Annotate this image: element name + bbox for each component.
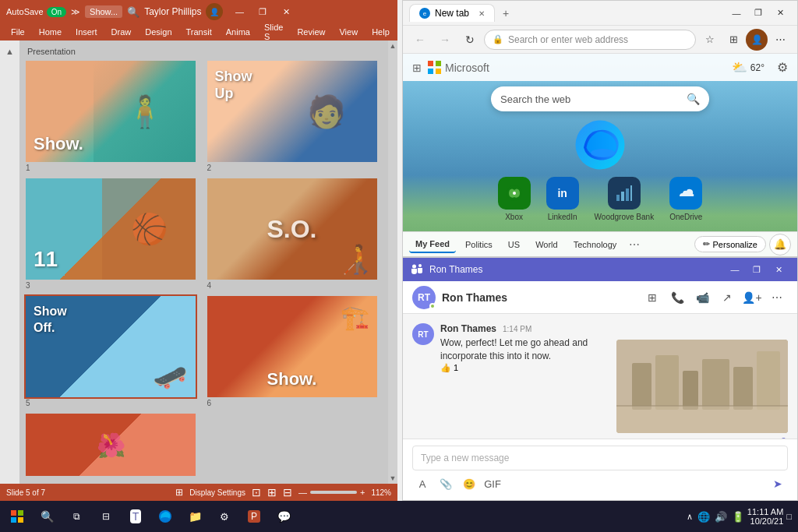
slide-thumb-6[interactable]: Show. 🏗️ 6 <box>207 296 383 407</box>
menu-file[interactable]: File <box>5 26 31 38</box>
autosave-toggle[interactable]: AutoSave On <box>6 7 66 17</box>
shortcut-xbox[interactable]: Xbox <box>498 177 531 221</box>
gif-icon[interactable]: GIF <box>482 474 503 494</box>
battery-icon[interactable]: 🔋 <box>732 511 744 523</box>
edge-restore-button[interactable]: ❐ <box>747 5 769 22</box>
emoji-icon[interactable]: 😊 <box>459 474 479 494</box>
menu-help[interactable]: Help <box>365 26 396 38</box>
ms-settings-icon[interactable]: ⚙ <box>777 60 788 75</box>
share-screen-icon[interactable]: ↗ <box>716 287 738 308</box>
gallery-view-icon[interactable]: ⊞ <box>641 287 663 308</box>
ppt-close-button[interactable]: ✕ <box>274 0 298 23</box>
search-taskbar-icon[interactable]: 🔍 <box>33 502 61 530</box>
news-tab-world[interactable]: World <box>529 237 564 252</box>
taskview-icon[interactable]: ⧉ <box>62 502 90 530</box>
add-people-icon[interactable]: 👤+ <box>741 287 763 308</box>
ppt-scrollbar[interactable]: ▲ ▼ <box>388 41 397 484</box>
message-reaction[interactable]: 👍 1 <box>440 363 610 373</box>
menu-draw[interactable]: Draw <box>105 26 138 38</box>
slides-container[interactable]: Presentation Show. 🧍 1 ShowUp <box>19 41 388 484</box>
zoom-level[interactable]: 112% <box>371 488 391 497</box>
autosave-state[interactable]: On <box>47 7 66 17</box>
menu-review[interactable]: Review <box>291 26 331 38</box>
ppt-restore-button[interactable]: ❐ <box>251 0 274 23</box>
slide-thumb-4[interactable]: S.O. 🧑‍🦯 4 <box>207 178 383 290</box>
video-call-icon[interactable]: 📹 <box>691 287 713 308</box>
edge-minimize-button[interactable]: — <box>726 5 747 22</box>
attach-icon[interactable]: 📎 <box>436 474 456 494</box>
favorites-icon[interactable]: ☆ <box>699 29 721 51</box>
news-tab-politics[interactable]: Politics <box>459 237 499 252</box>
display-settings-label[interactable]: Display Settings <box>189 488 245 497</box>
settings-icon[interactable]: ⚙ <box>210 502 238 530</box>
news-tab-us[interactable]: US <box>502 237 526 252</box>
format-icon[interactable]: A <box>412 474 433 494</box>
menu-insert[interactable]: Insert <box>69 26 104 38</box>
teams-restore-button[interactable]: ❐ <box>746 261 768 278</box>
zoom-out-icon[interactable]: — <box>298 488 307 497</box>
send-button[interactable]: ➤ <box>768 474 788 494</box>
teams-taskbar-icon[interactable]: T <box>122 502 150 530</box>
tray-expand-icon[interactable]: ∧ <box>687 512 693 522</box>
clock-display[interactable]: 11:11 AM 10/20/21 <box>747 507 783 526</box>
collections-icon[interactable]: ⊞ <box>722 29 744 51</box>
view-normal-icon[interactable]: ⊡ <box>252 486 261 499</box>
teams-message-input[interactable]: Type a new message <box>412 446 788 470</box>
edge-close-button[interactable]: ✕ <box>769 5 791 22</box>
more-options-icon[interactable]: ⋯ <box>766 287 788 308</box>
powerpoint-taskbar-icon[interactable]: P <box>240 502 268 530</box>
nav-back-button[interactable]: ← <box>409 29 431 51</box>
slide-thumb-5[interactable]: ShowOff. 🛹 5 <box>26 296 201 407</box>
address-bar[interactable]: 🔒 Search or enter web address <box>484 30 696 50</box>
menu-anima[interactable]: Anima <box>220 26 256 38</box>
edge-tab-close-button[interactable]: ✕ <box>478 9 485 18</box>
shortcut-woodgrove[interactable]: Woodgrove Bank <box>595 177 655 221</box>
audio-call-icon[interactable]: 📞 <box>666 287 688 308</box>
scroll-up-icon[interactable]: ▲ <box>5 47 14 56</box>
widgets-icon[interactable]: ⊟ <box>92 502 120 530</box>
menu-transit[interactable]: Transit <box>180 26 218 38</box>
slide-thumb-7[interactable]: 🌺 <box>26 414 201 476</box>
display-settings-icon[interactable]: ⊞ <box>175 487 183 498</box>
personalize-button[interactable]: ✏ Personalize <box>694 236 766 252</box>
search-icon[interactable]: 🔍 <box>127 6 139 18</box>
teams-minimize-button[interactable]: — <box>724 261 746 278</box>
nav-refresh-button[interactable]: ↻ <box>459 29 481 51</box>
menu-slides[interactable]: Slide S <box>258 21 289 43</box>
menu-home[interactable]: Home <box>33 26 68 38</box>
search-box[interactable]: Search the web 🔍 <box>491 86 709 111</box>
teams-messages[interactable]: RT Ron Thames 1:14 PM Wow, perfect! Let … <box>403 314 797 439</box>
volume-icon[interactable]: 🔊 <box>715 511 727 523</box>
menu-view[interactable]: View <box>333 26 364 38</box>
teams-chat-taskbar-icon[interactable]: 💬 <box>270 502 298 530</box>
news-tab-technology[interactable]: Technology <box>567 237 623 252</box>
news-tab-more-button[interactable]: ⋯ <box>626 238 643 251</box>
edge-taskbar-icon[interactable] <box>151 502 179 530</box>
edge-more-button[interactable]: ⋯ <box>769 29 791 51</box>
slide-thumb-2[interactable]: ShowUp 🧑 2 <box>207 61 383 172</box>
view-slide-icon[interactable]: ⊟ <box>283 486 292 499</box>
edge-new-tab-button[interactable]: + <box>498 7 514 19</box>
start-button[interactable] <box>3 502 31 530</box>
news-tab-myfeed[interactable]: My Feed <box>409 236 456 253</box>
search-submit-icon[interactable]: 🔍 <box>687 93 700 105</box>
nav-forward-button[interactable]: → <box>434 29 456 51</box>
show-button[interactable]: Show... <box>85 5 122 18</box>
zoom-slider[interactable] <box>310 491 357 494</box>
ms-weather[interactable]: ⛅ 62° <box>732 60 764 75</box>
ppt-minimize-button[interactable]: — <box>228 0 251 23</box>
profile-icon[interactable]: 👤 <box>746 29 768 51</box>
slide-thumb-1[interactable]: Show. 🧍 1 <box>26 61 201 172</box>
network-icon[interactable]: 🌐 <box>697 511 710 523</box>
notifications-bell-icon[interactable]: 🔔 <box>769 234 791 255</box>
edge-tab-new[interactable]: e New tab ✕ <box>409 4 495 22</box>
shortcut-linkedin[interactable]: in LinkedIn <box>546 177 579 221</box>
notification-center-icon[interactable]: □ <box>786 512 792 521</box>
slide-thumb-3[interactable]: 11 🏀 3 <box>26 178 201 290</box>
teams-close-button[interactable]: ✕ <box>768 261 789 278</box>
file-explorer-icon[interactable]: 📁 <box>181 502 209 530</box>
expand-icon[interactable]: ≫ <box>71 7 80 17</box>
menu-design[interactable]: Design <box>139 26 178 38</box>
apps-grid-icon[interactable]: ⊞ <box>412 62 422 74</box>
zoom-in-icon[interactable]: + <box>360 488 365 497</box>
